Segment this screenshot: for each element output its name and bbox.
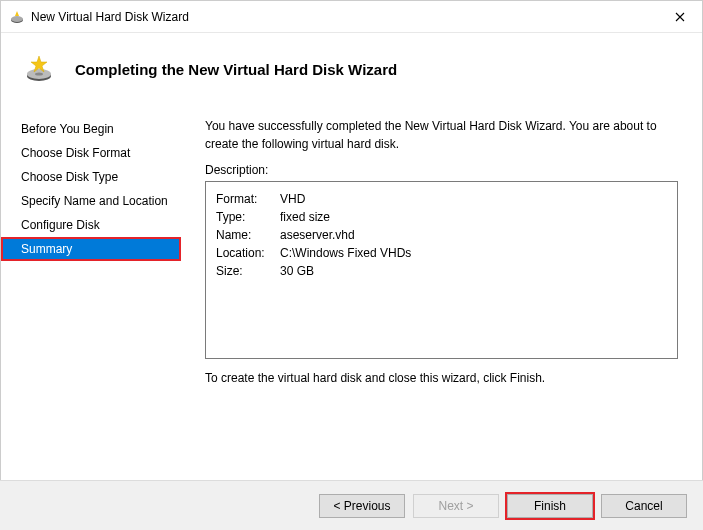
desc-val: fixed size (280, 208, 330, 226)
desc-row-format: Format: VHD (216, 190, 667, 208)
sidebar-item-choose-disk-format[interactable]: Choose Disk Format (1, 141, 181, 165)
sidebar-item-label: Configure Disk (21, 218, 100, 232)
desc-row-location: Location: C:\Windows Fixed VHDs (216, 244, 667, 262)
sidebar-item-label: Before You Begin (21, 122, 114, 136)
sidebar-item-label: Specify Name and Location (21, 194, 168, 208)
svg-point-1 (11, 16, 23, 22)
desc-row-type: Type: fixed size (216, 208, 667, 226)
wizard-footer: < Previous Next > Finish Cancel (0, 480, 703, 530)
description-box: Format: VHD Type: fixed size Name: asese… (205, 181, 678, 359)
desc-row-name: Name: aseserver.vhd (216, 226, 667, 244)
page-title: Completing the New Virtual Hard Disk Wiz… (75, 61, 397, 78)
desc-val: aseserver.vhd (280, 226, 355, 244)
wizard-main-panel: You have successfully completed the New … (181, 107, 702, 387)
sidebar-item-label: Choose Disk Type (21, 170, 118, 184)
disk-wizard-icon (9, 9, 25, 25)
window-title: New Virtual Hard Disk Wizard (31, 10, 657, 24)
wizard-header: Completing the New Virtual Hard Disk Wiz… (1, 33, 702, 107)
previous-button[interactable]: < Previous (319, 494, 405, 518)
sidebar-item-specify-name-location[interactable]: Specify Name and Location (1, 189, 181, 213)
close-icon (675, 12, 685, 22)
sidebar-item-label: Summary (21, 242, 72, 256)
sidebar-item-label: Choose Disk Format (21, 146, 130, 160)
finish-button[interactable]: Finish (507, 494, 593, 518)
desc-val: C:\Windows Fixed VHDs (280, 244, 411, 262)
desc-val: 30 GB (280, 262, 314, 280)
outro-text: To create the virtual hard disk and clos… (205, 369, 678, 387)
desc-key: Type: (216, 208, 280, 226)
wizard-steps-sidebar: Before You Begin Choose Disk Format Choo… (1, 107, 181, 387)
sidebar-item-configure-disk[interactable]: Configure Disk (1, 213, 181, 237)
desc-row-size: Size: 30 GB (216, 262, 667, 280)
wizard-content: Before You Begin Choose Disk Format Choo… (1, 107, 702, 387)
intro-text: You have successfully completed the New … (205, 117, 678, 153)
svg-point-4 (35, 72, 43, 75)
desc-val: VHD (280, 190, 305, 208)
close-button[interactable] (657, 1, 702, 33)
description-label: Description: (205, 163, 678, 177)
cancel-button[interactable]: Cancel (601, 494, 687, 518)
sidebar-item-before-you-begin[interactable]: Before You Begin (1, 117, 181, 141)
desc-key: Name: (216, 226, 280, 244)
titlebar: New Virtual Hard Disk Wizard (1, 1, 702, 33)
sidebar-item-choose-disk-type[interactable]: Choose Disk Type (1, 165, 181, 189)
disk-wizard-icon-large (21, 51, 57, 87)
desc-key: Format: (216, 190, 280, 208)
desc-key: Location: (216, 244, 280, 262)
sidebar-item-summary[interactable]: Summary (1, 237, 181, 261)
desc-key: Size: (216, 262, 280, 280)
next-button: Next > (413, 494, 499, 518)
